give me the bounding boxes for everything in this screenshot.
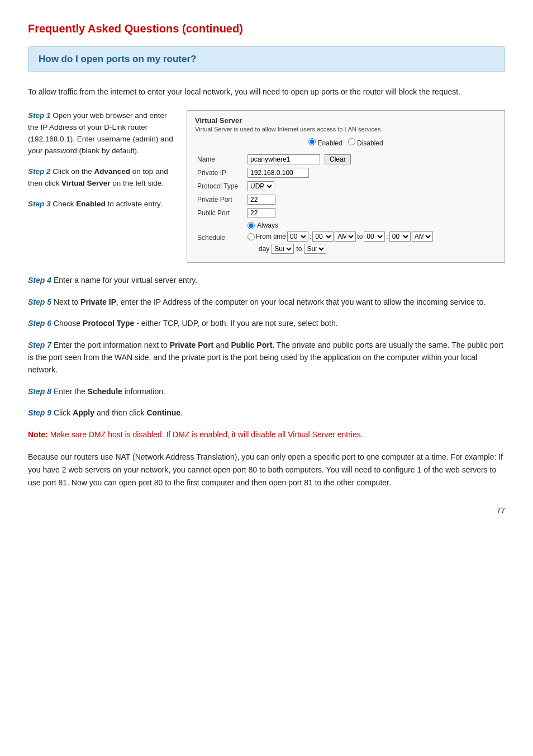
schedule-from-label: From time	[256, 233, 286, 240]
step9-label: Step 9	[28, 408, 51, 417]
vs-row-privateip: Private IP	[195, 166, 497, 179]
step6-pre: Choose	[51, 319, 83, 328]
schedule-ampm-from[interactable]: AMPM	[335, 231, 356, 242]
virtual-server-panel: Virtual Server Virtual Server is used to…	[187, 110, 505, 263]
steps-left: Step 1 Open your web browser and enter t…	[28, 110, 173, 263]
schedule-always-label: Always	[257, 221, 278, 229]
schedule-min-from[interactable]: 00	[312, 231, 334, 242]
vs-field-privateport	[245, 193, 497, 206]
step3-text: Check	[51, 200, 77, 208]
step9-bold1: Apply	[73, 408, 94, 417]
vs-radio-row: Enabled Disabled	[195, 138, 497, 147]
schedule-min-to[interactable]: 00	[389, 231, 411, 242]
vs-select-protocol[interactable]: UDP TCP Both	[248, 181, 274, 191]
step7-bold1: Private Port	[170, 341, 214, 349]
step2-bold1: Advanced	[94, 167, 131, 176]
vs-enabled-label: Enabled	[318, 139, 342, 147]
step5-bold1: Private IP	[80, 297, 116, 306]
content-area: Step 1 Open your web browser and enter t…	[28, 110, 505, 263]
vs-table: Name Clear Private IP Protocol Type	[195, 153, 497, 256]
step5-block: Step 5 Next to Private IP, enter the IP …	[28, 296, 505, 308]
step7-bold2: Public Port	[231, 341, 272, 349]
note-text: Make sure DMZ host is disabled. If DMZ i…	[48, 430, 363, 439]
step3-entry: Step 3 Check Enabled to activate entry.	[28, 199, 173, 210]
vs-field-publicport	[245, 206, 497, 220]
question-heading: How do I open ports on my router?	[39, 54, 494, 65]
vs-description: Virtual Server is used to allow Internet…	[195, 126, 497, 133]
step2-label: Step 2	[28, 167, 51, 176]
vs-label-protocol: Protocol Type	[195, 179, 245, 193]
vs-input-privateport[interactable]	[248, 195, 275, 205]
schedule-day-to[interactable]: SunMonTueWedThuFriSat	[304, 244, 326, 254]
step3-label: Step 3	[28, 200, 51, 208]
question-box: How do I open ports on my router?	[28, 46, 505, 72]
schedule-hour-to[interactable]: 00	[364, 231, 385, 242]
page-number: 77	[28, 506, 505, 515]
vs-field-protocol: UDP TCP Both	[245, 179, 497, 193]
clear-button[interactable]: Clear	[325, 154, 351, 164]
step2-bold2: Virtual Server	[61, 179, 111, 187]
vs-field-schedule: Always From time 00 : 00 AMPM to 00 : 00…	[245, 220, 497, 256]
vs-disabled-label: Disabled	[357, 139, 383, 147]
vs-disabled-radio[interactable]	[348, 138, 355, 145]
step8-pre: Enter the	[51, 387, 88, 396]
vs-label-privateip: Private IP	[195, 166, 245, 179]
step3-end: to activate entry.	[106, 200, 163, 208]
vs-row-privateport: Private Port	[195, 193, 497, 206]
step6-bold1: Protocol Type	[83, 319, 134, 328]
step7-label: Step 7	[28, 341, 51, 349]
vs-row-name: Name Clear	[195, 153, 497, 166]
intro-text: To allow traffic from the internet to en…	[28, 86, 505, 98]
step8-end: information.	[122, 387, 165, 396]
closing-paragraph: Because our routers use NAT (Network Add…	[28, 451, 505, 489]
step5-pre: Next to	[51, 297, 80, 306]
step9-block: Step 9 Click Apply and then click Contin…	[28, 407, 505, 419]
step9-mid: and then click	[94, 408, 146, 417]
step4-text: Enter a name for your virtual server ent…	[51, 276, 197, 285]
step8-bold1: Schedule	[88, 387, 122, 396]
step9-pre: Click	[51, 408, 73, 417]
schedule-ampm-to[interactable]: AMPM	[412, 231, 433, 242]
step9-end: .	[180, 408, 183, 417]
step1-entry: Step 1 Open your web browser and enter t…	[28, 110, 173, 157]
note-block: Note: Make sure DMZ host is disabled. If…	[28, 428, 505, 441]
step8-label: Step 8	[28, 387, 51, 396]
vs-input-publicport[interactable]	[248, 208, 275, 218]
step7-pre: Enter the port information next to	[51, 341, 170, 349]
step1-label: Step 1	[28, 111, 51, 120]
vs-field-privateip	[245, 166, 497, 179]
step5-label: Step 5	[28, 297, 51, 306]
schedule-day-to-label: to	[296, 245, 302, 253]
vs-label-schedule: Schedule	[195, 220, 245, 256]
schedule-day-from[interactable]: SunMonTueWedThuFriSat	[272, 244, 294, 254]
step2-end: on the left side.	[111, 179, 164, 187]
step9-bold2: Continue	[146, 408, 180, 417]
vs-enabled-radio[interactable]	[308, 138, 316, 145]
vs-label-name: Name	[195, 153, 245, 166]
note-label: Note:	[28, 430, 48, 439]
step2-entry: Step 2 Click on the Advanced on top and …	[28, 166, 173, 190]
step6-mid: - either TCP, UDP, or both. If you are n…	[134, 319, 337, 328]
step6-label: Step 6	[28, 319, 51, 328]
page-title: Frequently Asked Questions (continued)	[28, 22, 505, 35]
step4-block: Step 4 Enter a name for your virtual ser…	[28, 274, 505, 286]
step7-mid: and	[213, 341, 231, 349]
vs-title: Virtual Server	[195, 116, 497, 125]
step3-bold1: Enabled	[76, 200, 106, 208]
schedule-always-radio[interactable]	[248, 222, 255, 229]
schedule-from-radio[interactable]	[248, 233, 255, 240]
schedule-day-label: day	[259, 245, 269, 253]
vs-input-name[interactable]	[248, 154, 320, 164]
vs-row-schedule: Schedule Always From time 00 : 00 AMPM t…	[195, 220, 497, 256]
step6-block: Step 6 Choose Protocol Type - either TCP…	[28, 317, 505, 329]
vs-input-privateip[interactable]	[248, 168, 309, 178]
vs-row-publicport: Public Port	[195, 206, 497, 220]
vs-label-publicport: Public Port	[195, 206, 245, 220]
vs-field-name: Clear	[245, 153, 497, 166]
step2-text-pre: Click on the	[51, 167, 94, 176]
vs-label-privateport: Private Port	[195, 193, 245, 206]
vs-row-protocol: Protocol Type UDP TCP Both	[195, 179, 497, 193]
schedule-hour-from[interactable]: 00	[287, 231, 308, 242]
step5-mid: , enter the IP Address of the computer o…	[116, 297, 486, 306]
step7-block: Step 7 Enter the port information next t…	[28, 339, 505, 376]
